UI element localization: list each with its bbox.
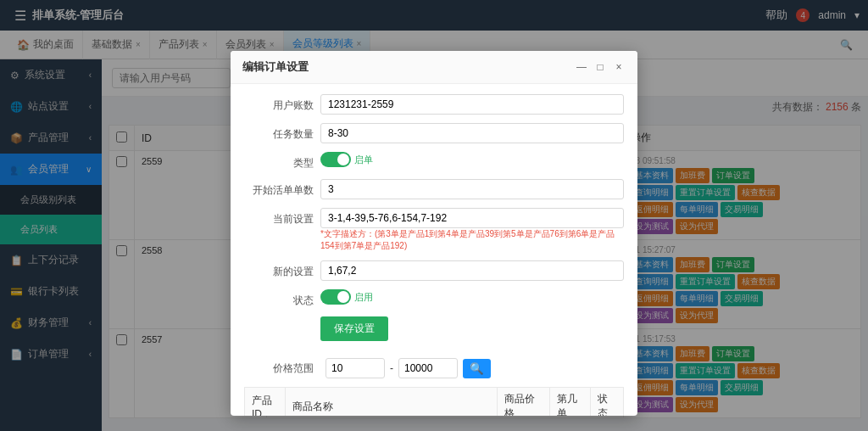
user-account-input[interactable]: [320, 94, 624, 115]
type-toggle[interactable]: 启单: [320, 152, 373, 167]
modal-header: 编辑订单设置 — □ ×: [231, 51, 637, 84]
product-table: 产品ID 商品名称 商品价格 第几单 状态 1 Wilderness Hotel…: [244, 387, 624, 416]
user-account-row: 用户账数: [244, 94, 624, 115]
task-count-row: 任务数量: [244, 123, 624, 143]
col-product-name: 商品名称: [286, 388, 497, 417]
col-status: 状态: [591, 388, 624, 417]
price-range-label: 价格范围: [244, 361, 320, 376]
task-count-input[interactable]: [320, 123, 624, 143]
start-order-row: 开始活单单数: [244, 179, 624, 199]
status-label: 状态: [244, 289, 320, 308]
start-order-label: 开始活单单数: [244, 179, 320, 198]
col-product-id: 产品ID: [245, 388, 286, 417]
modal-title: 编辑订单设置: [242, 59, 575, 75]
type-label: 类型: [244, 152, 320, 171]
price-search-button[interactable]: 🔍: [463, 359, 491, 378]
price-range-row: 价格范围 - 🔍: [244, 358, 624, 378]
col-order-num: 第几单: [549, 388, 590, 417]
status-toggle-label: 启用: [354, 291, 373, 304]
modal-overlay: 编辑订单设置 — □ × 用户账数 任务数量: [0, 0, 868, 431]
new-set-label: 新的设置: [244, 260, 320, 279]
hint-text: *文字描述方：(第3单是产品1到第4单是产品39到第5单是产品76到第6单是产品…: [320, 228, 624, 252]
type-row: 类型 启单: [244, 152, 624, 171]
status-toggle[interactable]: 启用: [320, 289, 373, 305]
minimize-button[interactable]: —: [575, 60, 588, 74]
modal-body: 用户账数 任务数量 类型: [231, 84, 637, 416]
price-min-input[interactable]: [326, 358, 385, 378]
close-button[interactable]: ×: [612, 60, 626, 74]
current-set-input[interactable]: [320, 208, 624, 228]
new-set-input[interactable]: [320, 260, 624, 281]
price-separator: -: [390, 362, 393, 374]
current-set-label: 当前设置: [244, 208, 320, 227]
price-max-input[interactable]: [398, 358, 458, 378]
user-account-label: 用户账数: [244, 94, 320, 113]
col-product-price: 商品价格: [497, 388, 549, 417]
current-set-row: 当前设置 *文字描述方：(第3单是产品1到第4单是产品39到第5单是产品76到第…: [244, 208, 624, 252]
status-row: 状态 启用: [244, 289, 624, 308]
save-settings-button[interactable]: 保存设置: [320, 316, 388, 341]
order-settings-modal: 编辑订单设置 — □ × 用户账数 任务数量: [231, 51, 637, 416]
new-set-row: 新的设置: [244, 260, 624, 281]
type-toggle-label: 启单: [354, 154, 373, 166]
task-count-label: 任务数量: [244, 123, 320, 142]
modal-controls: — □ ×: [575, 60, 626, 74]
start-order-input[interactable]: [320, 179, 624, 199]
maximize-button[interactable]: □: [593, 60, 607, 74]
